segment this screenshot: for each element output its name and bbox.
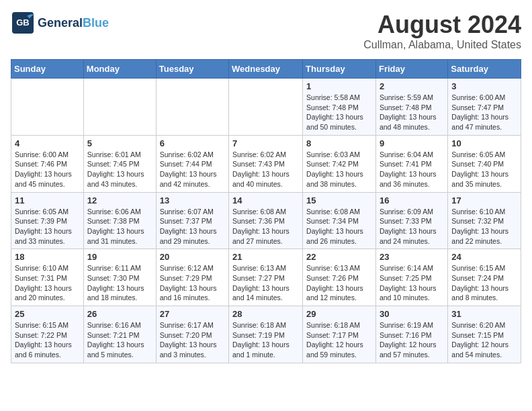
day-info: Sunrise: 6:03 AM Sunset: 7:42 PM Dayligh… <box>306 150 372 189</box>
day-info: Sunrise: 6:19 AM Sunset: 7:16 PM Dayligh… <box>380 320 444 360</box>
day-info: Sunrise: 6:15 AM Sunset: 7:22 PM Dayligh… <box>15 320 80 360</box>
calendar-cell: 16Sunrise: 6:09 AM Sunset: 7:33 PM Dayli… <box>375 192 447 249</box>
logo-line1: GeneralBlue <box>38 16 109 30</box>
calendar-cell: 27Sunrise: 6:17 AM Sunset: 7:20 PM Dayli… <box>156 306 228 363</box>
day-info: Sunrise: 6:20 AM Sunset: 7:15 PM Dayligh… <box>451 320 517 360</box>
page-header: GB GeneralBlue August 2024 Cullman, Alab… <box>11 11 521 51</box>
day-info: Sunrise: 5:58 AM Sunset: 7:48 PM Dayligh… <box>306 93 372 132</box>
day-number: 6 <box>160 138 225 148</box>
calendar-cell: 17Sunrise: 6:10 AM Sunset: 7:32 PM Dayli… <box>448 192 521 249</box>
calendar-cell: 25Sunrise: 6:15 AM Sunset: 7:22 PM Dayli… <box>11 306 84 363</box>
day-info: Sunrise: 6:13 AM Sunset: 7:27 PM Dayligh… <box>232 263 299 303</box>
calendar-cell: 20Sunrise: 6:12 AM Sunset: 7:29 PM Dayli… <box>156 249 228 306</box>
logo: GB GeneralBlue <box>11 11 109 35</box>
calendar-body: 1Sunrise: 5:58 AM Sunset: 7:48 PM Daylig… <box>11 79 521 363</box>
calendar-week-row: 18Sunrise: 6:10 AM Sunset: 7:31 PM Dayli… <box>11 249 521 306</box>
day-info: Sunrise: 6:16 AM Sunset: 7:21 PM Dayligh… <box>87 320 152 360</box>
calendar-cell: 28Sunrise: 6:18 AM Sunset: 7:19 PM Dayli… <box>229 306 303 363</box>
day-info: Sunrise: 6:00 AM Sunset: 7:46 PM Dayligh… <box>15 150 80 189</box>
day-info: Sunrise: 6:09 AM Sunset: 7:33 PM Dayligh… <box>380 207 444 246</box>
day-info: Sunrise: 6:18 AM Sunset: 7:19 PM Dayligh… <box>232 320 299 360</box>
day-info: Sunrise: 5:59 AM Sunset: 7:48 PM Dayligh… <box>380 93 444 132</box>
day-number: 2 <box>380 81 444 91</box>
day-number: 31 <box>451 309 517 319</box>
day-info: Sunrise: 6:06 AM Sunset: 7:38 PM Dayligh… <box>87 207 152 246</box>
calendar-cell: 24Sunrise: 6:15 AM Sunset: 7:24 PM Dayli… <box>448 249 521 306</box>
calendar-cell: 22Sunrise: 6:13 AM Sunset: 7:26 PM Dayli… <box>303 249 376 306</box>
title-block: August 2024 Cullman, Alabama, United Sta… <box>363 11 521 51</box>
day-info: Sunrise: 6:05 AM Sunset: 7:40 PM Dayligh… <box>451 150 517 189</box>
weekday-header-saturday: Saturday <box>448 60 521 79</box>
day-info: Sunrise: 6:13 AM Sunset: 7:26 PM Dayligh… <box>306 263 372 303</box>
day-info: Sunrise: 6:12 AM Sunset: 7:29 PM Dayligh… <box>160 263 225 303</box>
calendar-cell: 13Sunrise: 6:07 AM Sunset: 7:37 PM Dayli… <box>156 192 228 249</box>
day-info: Sunrise: 6:01 AM Sunset: 7:45 PM Dayligh… <box>87 150 152 189</box>
day-number: 13 <box>160 195 225 205</box>
day-number: 14 <box>232 195 299 205</box>
day-info: Sunrise: 6:15 AM Sunset: 7:24 PM Dayligh… <box>451 263 517 303</box>
day-info: Sunrise: 6:02 AM Sunset: 7:43 PM Dayligh… <box>232 150 299 189</box>
day-number: 22 <box>306 252 372 262</box>
day-number: 26 <box>87 309 152 319</box>
day-info: Sunrise: 6:10 AM Sunset: 7:32 PM Dayligh… <box>451 207 517 246</box>
day-info: Sunrise: 6:08 AM Sunset: 7:34 PM Dayligh… <box>306 207 372 246</box>
calendar-week-row: 25Sunrise: 6:15 AM Sunset: 7:22 PM Dayli… <box>11 306 521 363</box>
main-title: August 2024 <box>363 11 521 39</box>
day-info: Sunrise: 6:00 AM Sunset: 7:47 PM Dayligh… <box>451 93 517 132</box>
calendar-cell: 4Sunrise: 6:00 AM Sunset: 7:46 PM Daylig… <box>11 135 84 192</box>
calendar-cell: 3Sunrise: 6:00 AM Sunset: 7:47 PM Daylig… <box>448 79 521 136</box>
calendar-cell: 23Sunrise: 6:14 AM Sunset: 7:25 PM Dayli… <box>375 249 447 306</box>
day-number: 11 <box>15 195 80 205</box>
calendar-cell: 15Sunrise: 6:08 AM Sunset: 7:34 PM Dayli… <box>303 192 376 249</box>
calendar-cell: 30Sunrise: 6:19 AM Sunset: 7:16 PM Dayli… <box>375 306 447 363</box>
day-number: 25 <box>15 309 80 319</box>
calendar-cell: 21Sunrise: 6:13 AM Sunset: 7:27 PM Dayli… <box>229 249 303 306</box>
weekday-header-monday: Monday <box>83 60 156 79</box>
weekday-header-sunday: Sunday <box>11 60 84 79</box>
calendar-cell: 2Sunrise: 5:59 AM Sunset: 7:48 PM Daylig… <box>375 79 447 136</box>
calendar-cell: 26Sunrise: 6:16 AM Sunset: 7:21 PM Dayli… <box>83 306 156 363</box>
day-number: 17 <box>451 195 517 205</box>
weekday-header-thursday: Thursday <box>303 60 376 79</box>
calendar-cell: 12Sunrise: 6:06 AM Sunset: 7:38 PM Dayli… <box>83 192 156 249</box>
weekday-header-row: SundayMondayTuesdayWednesdayThursdayFrid… <box>11 60 521 79</box>
day-number: 27 <box>160 309 225 319</box>
calendar-cell: 10Sunrise: 6:05 AM Sunset: 7:40 PM Dayli… <box>448 135 521 192</box>
day-number: 8 <box>306 138 372 148</box>
day-info: Sunrise: 6:14 AM Sunset: 7:25 PM Dayligh… <box>380 263 444 303</box>
calendar-cell <box>83 79 156 136</box>
calendar-cell: 1Sunrise: 5:58 AM Sunset: 7:48 PM Daylig… <box>303 79 376 136</box>
day-info: Sunrise: 6:11 AM Sunset: 7:30 PM Dayligh… <box>87 263 152 303</box>
day-info: Sunrise: 6:07 AM Sunset: 7:37 PM Dayligh… <box>160 207 225 246</box>
day-number: 4 <box>15 138 80 148</box>
calendar-cell: 11Sunrise: 6:05 AM Sunset: 7:39 PM Dayli… <box>11 192 84 249</box>
calendar-week-row: 1Sunrise: 5:58 AM Sunset: 7:48 PM Daylig… <box>11 79 521 136</box>
calendar-cell: 5Sunrise: 6:01 AM Sunset: 7:45 PM Daylig… <box>83 135 156 192</box>
day-number: 30 <box>380 309 444 319</box>
calendar-week-row: 11Sunrise: 6:05 AM Sunset: 7:39 PM Dayli… <box>11 192 521 249</box>
day-number: 20 <box>160 252 225 262</box>
svg-text:GB: GB <box>16 17 30 28</box>
day-number: 7 <box>232 138 299 148</box>
calendar-cell: 6Sunrise: 6:02 AM Sunset: 7:44 PM Daylig… <box>156 135 228 192</box>
day-info: Sunrise: 6:18 AM Sunset: 7:17 PM Dayligh… <box>306 320 372 360</box>
weekday-header-tuesday: Tuesday <box>156 60 228 79</box>
day-number: 15 <box>306 195 372 205</box>
calendar-cell: 14Sunrise: 6:08 AM Sunset: 7:36 PM Dayli… <box>229 192 303 249</box>
day-number: 5 <box>87 138 152 148</box>
day-number: 29 <box>306 309 372 319</box>
calendar-week-row: 4Sunrise: 6:00 AM Sunset: 7:46 PM Daylig… <box>11 135 521 192</box>
calendar-cell <box>11 79 84 136</box>
calendar-header: SundayMondayTuesdayWednesdayThursdayFrid… <box>11 60 521 79</box>
day-number: 9 <box>380 138 444 148</box>
calendar-cell: 31Sunrise: 6:20 AM Sunset: 7:15 PM Dayli… <box>448 306 521 363</box>
calendar-cell <box>156 79 228 136</box>
day-info: Sunrise: 6:04 AM Sunset: 7:41 PM Dayligh… <box>380 150 444 189</box>
day-info: Sunrise: 6:08 AM Sunset: 7:36 PM Dayligh… <box>232 207 299 246</box>
day-number: 10 <box>451 138 517 148</box>
logo-icon: GB <box>11 11 35 35</box>
day-number: 3 <box>451 81 517 91</box>
subtitle: Cullman, Alabama, United States <box>363 39 521 51</box>
weekday-header-friday: Friday <box>375 60 447 79</box>
calendar-cell: 19Sunrise: 6:11 AM Sunset: 7:30 PM Dayli… <box>83 249 156 306</box>
